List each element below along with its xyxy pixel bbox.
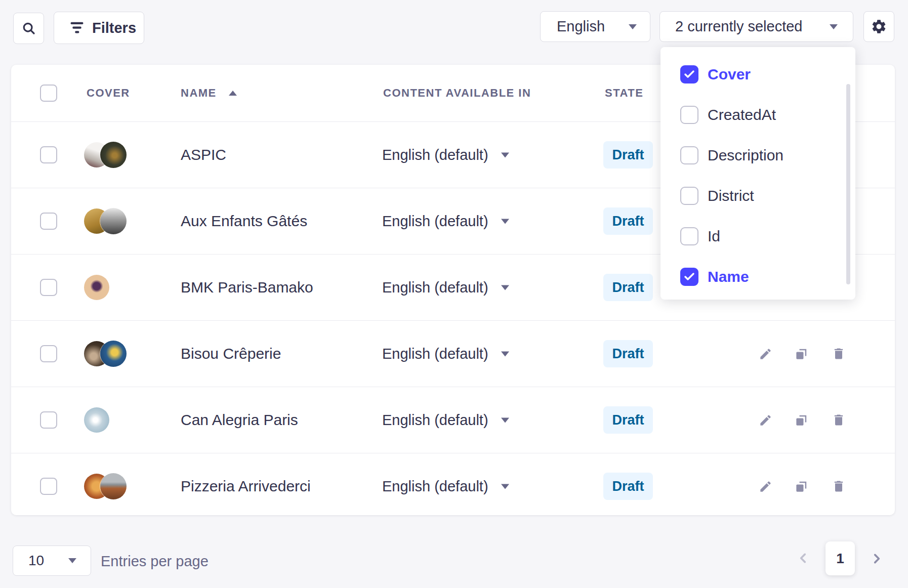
row-checkbox[interactable]	[40, 345, 57, 362]
row-locale-select[interactable]: English (default)	[382, 346, 488, 362]
column-option-label: Name	[708, 268, 749, 285]
page-size-value: 10	[28, 553, 44, 569]
columns-select[interactable]: 2 currently selected	[659, 11, 853, 42]
cover-avatar	[84, 407, 109, 433]
duplicate-button[interactable]	[790, 343, 812, 365]
row-locale-select[interactable]: English (default)	[382, 478, 488, 495]
row-name: Can Alegria Paris	[181, 411, 298, 429]
cover-avatar	[100, 142, 127, 168]
column-option-label: CreatedAt	[708, 106, 776, 123]
filters-button[interactable]: Filters	[54, 12, 144, 44]
column-header-content-available-in: CONTENT AVAILABLE IN	[383, 87, 531, 100]
edit-button[interactable]	[754, 475, 776, 497]
cover-avatar	[100, 473, 127, 499]
chevron-down-icon	[501, 484, 509, 489]
column-option-createdat[interactable]: CreatedAt	[661, 95, 855, 135]
entries-per-page-label: Entries per page	[101, 553, 209, 570]
row-name: ASPIC	[181, 146, 226, 163]
chevron-right-icon	[870, 552, 883, 565]
settings-button[interactable]	[863, 11, 894, 42]
previous-page-button[interactable]	[796, 551, 811, 566]
chevron-down-icon	[501, 152, 509, 157]
dropdown-scrollbar[interactable]	[846, 84, 850, 284]
row-checkbox[interactable]	[40, 411, 57, 429]
status-badge: Draft	[603, 274, 653, 301]
status-badge: Draft	[603, 207, 653, 235]
column-option-cover[interactable]: Cover	[661, 54, 855, 95]
status-badge: Draft	[603, 473, 653, 500]
edit-button[interactable]	[754, 409, 776, 431]
row-locale-select[interactable]: English (default)	[382, 147, 488, 163]
table-row[interactable]: Pizzeria Arrivederci English (default) D…	[11, 453, 895, 519]
chevron-down-icon	[629, 24, 637, 29]
locale-select-value: English	[557, 18, 605, 35]
chevron-down-icon	[501, 285, 509, 290]
checkbox-unchecked[interactable]	[680, 227, 698, 245]
column-option-label: District	[708, 187, 754, 204]
table-row[interactable]: Can Alegria Paris English (default) Draf…	[11, 387, 895, 453]
search-icon	[21, 21, 36, 36]
checkbox-checked[interactable]	[680, 268, 698, 286]
select-all-checkbox[interactable]	[40, 85, 57, 102]
row-checkbox[interactable]	[40, 146, 57, 163]
checkbox-unchecked[interactable]	[680, 106, 698, 124]
column-option-description[interactable]: Description	[661, 135, 855, 176]
row-checkbox[interactable]	[40, 279, 57, 296]
row-locale-value: English (default)	[382, 412, 488, 429]
cover-avatar-group	[84, 274, 130, 301]
search-button[interactable]	[13, 13, 44, 44]
chevron-down-icon	[501, 417, 509, 423]
cover-avatar	[84, 275, 109, 300]
delete-button[interactable]	[828, 343, 850, 365]
duplicate-button[interactable]	[790, 475, 812, 497]
chevron-down-icon	[830, 24, 838, 29]
column-option-name[interactable]: Name	[661, 257, 855, 297]
cover-avatar-group	[84, 473, 130, 500]
cover-avatar-group	[84, 207, 130, 235]
edit-button[interactable]	[754, 343, 776, 365]
cover-avatar-group	[84, 340, 130, 367]
row-name: BMK Paris-Bamako	[181, 279, 313, 296]
page-1-button[interactable]: 1	[826, 541, 855, 575]
column-option-label: Id	[708, 228, 720, 245]
column-header-name[interactable]: NAME	[181, 87, 217, 100]
chevron-left-icon	[797, 552, 810, 565]
columns-dropdown-panel: Cover CreatedAt Description District Id …	[661, 47, 855, 300]
page-size-select[interactable]: 10	[13, 545, 91, 576]
row-locale-select[interactable]: English (default)	[382, 412, 488, 429]
cover-avatar	[100, 341, 127, 367]
duplicate-button[interactable]	[790, 409, 812, 431]
status-badge: Draft	[603, 340, 653, 367]
gear-icon	[871, 18, 887, 35]
chevron-down-icon	[501, 219, 509, 224]
row-locale-value: English (default)	[382, 279, 488, 296]
sort-ascending-icon[interactable]	[229, 91, 237, 96]
delete-button[interactable]	[828, 475, 850, 497]
checkbox-checked[interactable]	[680, 65, 698, 83]
chevron-down-icon	[501, 351, 509, 356]
row-locale-value: English (default)	[382, 346, 488, 362]
checkbox-unchecked[interactable]	[680, 187, 698, 205]
column-option-id[interactable]: Id	[661, 216, 855, 257]
chevron-down-icon	[68, 558, 76, 563]
status-badge: Draft	[603, 141, 653, 169]
row-locale-value: English (default)	[382, 147, 488, 163]
filters-button-label: Filters	[92, 20, 136, 36]
delete-button[interactable]	[828, 409, 850, 431]
status-badge: Draft	[603, 406, 653, 434]
row-name: Pizzeria Arrivederci	[181, 478, 311, 495]
row-locale-select[interactable]: English (default)	[382, 279, 488, 296]
column-option-district[interactable]: District	[661, 176, 855, 216]
row-locale-value: English (default)	[382, 213, 488, 230]
locale-select[interactable]: English	[540, 11, 650, 42]
row-locale-select[interactable]: English (default)	[382, 213, 488, 230]
row-name: Aux Enfants Gâtés	[181, 213, 307, 230]
cover-avatar-group	[84, 406, 130, 434]
table-row[interactable]: Bisou Crêperie English (default) Draft	[11, 320, 895, 387]
column-option-label: Description	[708, 147, 783, 164]
row-checkbox[interactable]	[40, 478, 57, 495]
row-checkbox[interactable]	[40, 213, 57, 230]
checkbox-unchecked[interactable]	[680, 146, 698, 164]
next-page-button[interactable]	[869, 551, 884, 566]
filter-icon	[69, 21, 85, 34]
